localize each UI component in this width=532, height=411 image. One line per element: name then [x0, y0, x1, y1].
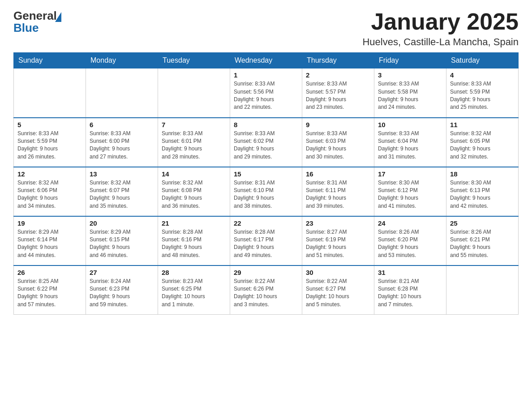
day-number: 16 [306, 170, 370, 178]
page-header: General Blue January 2025 Huelves, Casti… [13, 9, 519, 48]
calendar-day-cell: 24Sunrise: 8:26 AMSunset: 6:20 PMDayligh… [374, 216, 446, 265]
calendar-day-cell: 20Sunrise: 8:29 AMSunset: 6:15 PMDayligh… [86, 216, 158, 265]
day-info: Sunrise: 8:21 AMSunset: 6:28 PMDaylight:… [378, 278, 442, 309]
day-of-week-header: Tuesday [158, 53, 230, 68]
day-number: 27 [90, 269, 154, 276]
day-info: Sunrise: 8:30 AMSunset: 6:13 PMDaylight:… [450, 179, 515, 210]
day-number: 26 [17, 269, 82, 276]
day-info: Sunrise: 8:32 AMSunset: 6:06 PMDaylight:… [17, 179, 82, 210]
day-of-week-header: Saturday [446, 53, 519, 68]
day-info: Sunrise: 8:22 AMSunset: 6:26 PMDaylight:… [234, 278, 298, 309]
calendar-day-cell: 14Sunrise: 8:32 AMSunset: 6:08 PMDayligh… [158, 167, 230, 216]
day-info: Sunrise: 8:26 AMSunset: 6:21 PMDaylight:… [450, 228, 515, 260]
day-info: Sunrise: 8:33 AMSunset: 6:02 PMDaylight:… [234, 130, 298, 161]
title-block: January 2025 Huelves, Castille-La Mancha… [362, 9, 519, 48]
calendar-day-cell: 4Sunrise: 8:33 AMSunset: 5:59 PMDaylight… [446, 68, 519, 118]
day-info: Sunrise: 8:33 AMSunset: 5:58 PMDaylight:… [378, 80, 442, 111]
calendar-day-cell: 9Sunrise: 8:33 AMSunset: 6:03 PMDaylight… [302, 118, 374, 167]
calendar-day-cell: 30Sunrise: 8:22 AMSunset: 6:27 PMDayligh… [302, 265, 374, 315]
day-number: 20 [90, 219, 154, 227]
day-number: 4 [450, 71, 515, 79]
calendar-day-cell: 25Sunrise: 8:26 AMSunset: 6:21 PMDayligh… [446, 216, 519, 265]
day-number: 13 [90, 170, 154, 178]
day-info: Sunrise: 8:31 AMSunset: 6:10 PMDaylight:… [234, 179, 298, 210]
day-number: 31 [378, 269, 442, 276]
day-number: 7 [162, 121, 226, 128]
day-number: 5 [17, 121, 82, 128]
day-of-week-header: Sunday [14, 53, 86, 68]
calendar-day-cell: 5Sunrise: 8:33 AMSunset: 5:59 PMDaylight… [14, 118, 86, 167]
day-number: 21 [162, 219, 226, 227]
calendar-week-row: 5Sunrise: 8:33 AMSunset: 5:59 PMDaylight… [14, 118, 519, 167]
day-of-week-header: Friday [374, 53, 446, 68]
day-of-week-header: Wednesday [230, 53, 302, 68]
location-title: Huelves, Castille-La Mancha, Spain [362, 36, 519, 48]
day-info: Sunrise: 8:30 AMSunset: 6:12 PMDaylight:… [378, 179, 442, 210]
calendar-header-row: SundayMondayTuesdayWednesdayThursdayFrid… [14, 53, 519, 68]
day-info: Sunrise: 8:28 AMSunset: 6:17 PMDaylight:… [234, 228, 298, 260]
calendar-day-cell: 6Sunrise: 8:33 AMSunset: 6:00 PMDaylight… [86, 118, 158, 167]
logo: General Blue [13, 9, 61, 35]
calendar-day-cell: 27Sunrise: 8:24 AMSunset: 6:23 PMDayligh… [86, 265, 158, 315]
logo-triangle-icon [55, 12, 61, 22]
day-info: Sunrise: 8:32 AMSunset: 6:08 PMDaylight:… [162, 179, 226, 210]
day-info: Sunrise: 8:27 AMSunset: 6:19 PMDaylight:… [306, 228, 370, 260]
calendar-day-cell: 22Sunrise: 8:28 AMSunset: 6:17 PMDayligh… [230, 216, 302, 265]
day-number: 10 [378, 121, 442, 128]
calendar-day-cell: 11Sunrise: 8:32 AMSunset: 6:05 PMDayligh… [446, 118, 519, 167]
calendar-day-cell: 16Sunrise: 8:31 AMSunset: 6:11 PMDayligh… [302, 167, 374, 216]
day-info: Sunrise: 8:33 AMSunset: 5:57 PMDaylight:… [306, 80, 370, 111]
logo-blue: Blue [13, 21, 39, 35]
day-info: Sunrise: 8:32 AMSunset: 6:07 PMDaylight:… [90, 179, 154, 210]
day-info: Sunrise: 8:29 AMSunset: 6:15 PMDaylight:… [90, 228, 154, 260]
calendar-day-cell: 19Sunrise: 8:29 AMSunset: 6:14 PMDayligh… [14, 216, 86, 265]
calendar-day-cell [86, 68, 158, 118]
day-info: Sunrise: 8:33 AMSunset: 5:56 PMDaylight:… [234, 80, 298, 111]
calendar-day-cell: 21Sunrise: 8:28 AMSunset: 6:16 PMDayligh… [158, 216, 230, 265]
day-info: Sunrise: 8:33 AMSunset: 5:59 PMDaylight:… [17, 130, 82, 161]
calendar-week-row: 19Sunrise: 8:29 AMSunset: 6:14 PMDayligh… [14, 216, 519, 265]
day-of-week-header: Thursday [302, 53, 374, 68]
day-info: Sunrise: 8:32 AMSunset: 6:05 PMDaylight:… [450, 130, 515, 161]
calendar-week-row: 12Sunrise: 8:32 AMSunset: 6:06 PMDayligh… [14, 167, 519, 216]
day-info: Sunrise: 8:33 AMSunset: 6:04 PMDaylight:… [378, 130, 442, 161]
day-info: Sunrise: 8:33 AMSunset: 6:03 PMDaylight:… [306, 130, 370, 161]
calendar-week-row: 1Sunrise: 8:33 AMSunset: 5:56 PMDaylight… [14, 68, 519, 118]
day-number: 14 [162, 170, 226, 178]
day-number: 18 [450, 170, 515, 178]
calendar-day-cell: 2Sunrise: 8:33 AMSunset: 5:57 PMDaylight… [302, 68, 374, 118]
calendar-day-cell: 10Sunrise: 8:33 AMSunset: 6:04 PMDayligh… [374, 118, 446, 167]
day-number: 23 [306, 219, 370, 227]
day-number: 19 [17, 219, 82, 227]
day-info: Sunrise: 8:29 AMSunset: 6:14 PMDaylight:… [17, 228, 82, 260]
day-info: Sunrise: 8:28 AMSunset: 6:16 PMDaylight:… [162, 228, 226, 260]
calendar-table: SundayMondayTuesdayWednesdayThursdayFrid… [13, 52, 519, 315]
day-info: Sunrise: 8:22 AMSunset: 6:27 PMDaylight:… [306, 278, 370, 309]
day-of-week-header: Monday [86, 53, 158, 68]
calendar-day-cell: 17Sunrise: 8:30 AMSunset: 6:12 PMDayligh… [374, 167, 446, 216]
day-info: Sunrise: 8:33 AMSunset: 6:00 PMDaylight:… [90, 130, 154, 161]
day-number: 8 [234, 121, 298, 128]
day-number: 3 [378, 71, 442, 79]
day-info: Sunrise: 8:33 AMSunset: 6:01 PMDaylight:… [162, 130, 226, 161]
day-number: 6 [90, 121, 154, 128]
calendar-day-cell: 23Sunrise: 8:27 AMSunset: 6:19 PMDayligh… [302, 216, 374, 265]
day-number: 29 [234, 269, 298, 276]
day-number: 17 [378, 170, 442, 178]
day-number: 9 [306, 121, 370, 128]
calendar-day-cell: 13Sunrise: 8:32 AMSunset: 6:07 PMDayligh… [86, 167, 158, 216]
day-number: 24 [378, 219, 442, 227]
calendar-day-cell: 8Sunrise: 8:33 AMSunset: 6:02 PMDaylight… [230, 118, 302, 167]
day-number: 28 [162, 269, 226, 276]
day-number: 12 [17, 170, 82, 178]
calendar-day-cell: 15Sunrise: 8:31 AMSunset: 6:10 PMDayligh… [230, 167, 302, 216]
day-info: Sunrise: 8:23 AMSunset: 6:25 PMDaylight:… [162, 278, 226, 309]
calendar-day-cell: 7Sunrise: 8:33 AMSunset: 6:01 PMDaylight… [158, 118, 230, 167]
day-number: 25 [450, 219, 515, 227]
calendar-day-cell: 31Sunrise: 8:21 AMSunset: 6:28 PMDayligh… [374, 265, 446, 315]
calendar-day-cell [14, 68, 86, 118]
day-number: 11 [450, 121, 515, 128]
calendar-day-cell: 12Sunrise: 8:32 AMSunset: 6:06 PMDayligh… [14, 167, 86, 216]
day-number: 15 [234, 170, 298, 178]
calendar-day-cell [446, 265, 519, 315]
